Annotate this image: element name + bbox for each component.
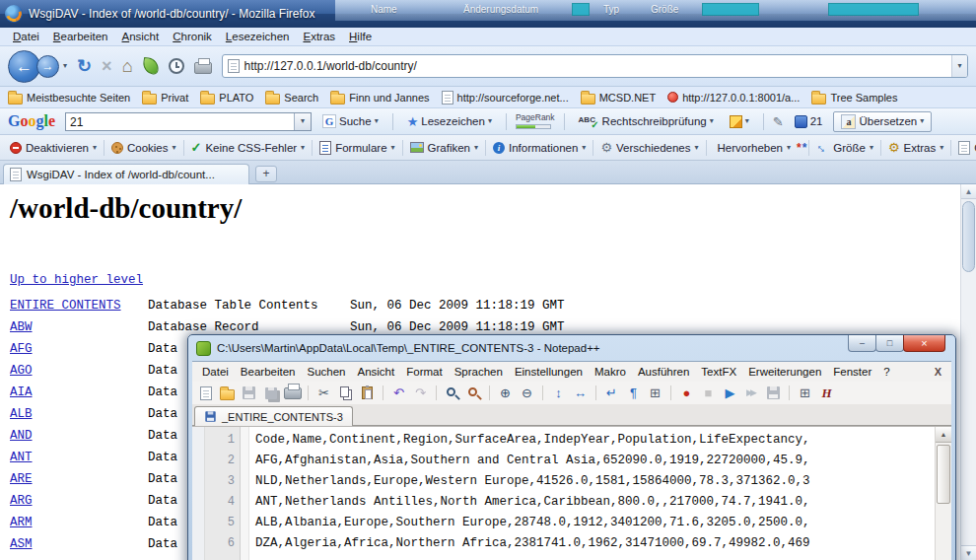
close-button[interactable]: × [903, 335, 945, 352]
listing-link[interactable]: ARE [10, 468, 148, 490]
bookmark-privat[interactable]: Privat [142, 91, 188, 105]
scrollbar-thumb[interactable] [962, 201, 975, 272]
npp-menu-textfx[interactable]: TextFX [695, 364, 742, 380]
bookmark-http-sourceforge-net[interactable]: http://sourceforge.net... [442, 91, 569, 105]
npp-menu-suchen[interactable]: Suchen [301, 364, 351, 380]
webdev-formulare[interactable]: Formulare▾ [314, 141, 400, 155]
npp-document-switcher-button[interactable]: ⊞ [797, 385, 813, 401]
tab-wsgidav[interactable]: WsgiDAV - Index of /world-db/count... [3, 164, 249, 184]
webdev-hervorheben[interactable]: Hervorheben▾ [708, 142, 798, 154]
bookmark-plato[interactable]: PLATO [200, 91, 253, 105]
code-line[interactable]: Code,Name,Continent,Region,SurfaceArea,I… [255, 430, 935, 451]
npp-print-button[interactable] [284, 385, 301, 401]
npp-run-macro-multiple-button[interactable]: ▶▶ [743, 385, 760, 401]
editor-scrollbar[interactable]: ▲ [935, 427, 951, 560]
new-tab-button[interactable]: + [255, 166, 277, 182]
listing-link[interactable]: ASM [10, 533, 148, 555]
npp-zoom-out-button[interactable]: ⊖ [519, 385, 535, 401]
npp-menu-erweiterungen[interactable]: Erweiterungen [742, 364, 827, 380]
npp-cut-button[interactable]: ✂ [315, 385, 332, 401]
listing-link[interactable]: ARM [10, 512, 148, 533]
pagerank-indicator[interactable]: PageRank [516, 113, 555, 129]
translate-button[interactable]: a Übersetzen ▾ [833, 111, 932, 132]
pencil-icon[interactable]: ✎ [773, 114, 784, 129]
bookmark-mcsd-net[interactable]: MCSD.NET [581, 91, 656, 105]
webdev-keine-css-fehler[interactable]: ✓Keine CSS-Fehler▾ [185, 141, 312, 154]
webdev-gr-e[interactable]: ↔Größe▾ [810, 141, 879, 154]
history-dropdown-icon[interactable]: ▾ [63, 62, 67, 70]
scrollbar-thumb[interactable] [937, 445, 950, 504]
listing-link[interactable]: ARG [10, 490, 148, 512]
webdev-cookies[interactable]: Cookies▾ [105, 142, 182, 154]
npp-menu-bearbeiten[interactable]: Bearbeiten [235, 364, 302, 380]
code-line[interactable]: ANT,Netherlands Antilles,North America,C… [255, 492, 935, 513]
npp-menu-ansicht[interactable]: Ansicht [352, 364, 401, 380]
minimize-button[interactable]: – [848, 335, 876, 352]
spellcheck-button[interactable]: ABC✓ Rechtschreibprüfung ▾ [574, 112, 719, 130]
firefox-titlebar[interactable]: WsgiDAV - Index of /world-db/country/ - … [0, 0, 976, 28]
menu-chronik[interactable]: Chronik [166, 29, 219, 44]
feather-addon-icon[interactable] [141, 57, 159, 75]
npp-save-button[interactable] [241, 385, 257, 401]
listing-link[interactable]: ANT [10, 447, 148, 468]
webdev-deaktivieren[interactable]: Deaktivieren▾ [4, 142, 103, 154]
npp-indent-guide-button[interactable]: ⊞ [647, 385, 663, 401]
clock-addon-icon[interactable] [169, 58, 184, 74]
webdev-quellte[interactable]: Quellte...▾ [952, 141, 976, 155]
npp-find-button[interactable] [444, 385, 460, 401]
npp-new-file-button[interactable] [197, 385, 214, 401]
reload-button[interactable]: ↻ [77, 57, 92, 75]
print-button-icon[interactable] [194, 62, 212, 74]
notepadpp-window[interactable]: C:\Users\Martin\AppData\Local\Temp\_ENTI… [187, 334, 956, 560]
npp-redo-button[interactable]: ↷ [412, 385, 429, 401]
npp-copy-button[interactable] [337, 385, 354, 401]
webdev-verschiedenes[interactable]: ⚙Verschiedenes▾ [594, 141, 704, 154]
npp-sync-vertical-button[interactable]: ↕ [550, 385, 567, 401]
maximize-button[interactable]: □ [875, 335, 904, 352]
menu-hilfe[interactable]: Hilfe [342, 29, 379, 44]
npp-zoom-in-button[interactable]: ⊕ [497, 385, 514, 401]
notepadpp-editor[interactable]: 123456 Code,Name,Continent,Region,Surfac… [192, 426, 951, 560]
menu-extras[interactable]: Extras [296, 29, 342, 44]
npp-play-macro-button[interactable]: ▶ [722, 385, 738, 401]
code-line[interactable]: ALB,Albania,Europe,Southern Europe,28748… [255, 513, 935, 533]
menu-bearbeiten[interactable]: Bearbeiten [46, 29, 115, 44]
listing-link[interactable]: ENTIRE CONTENTS [10, 295, 148, 316]
npp-menu-sprachen[interactable]: Sprachen [449, 364, 509, 380]
menubar-close-button[interactable]: X [935, 366, 945, 378]
npp-paste-button[interactable] [359, 385, 376, 401]
page-scrollbar[interactable]: ▲ ▼ [960, 184, 976, 560]
npp-menu-[interactable]: ? [877, 364, 895, 380]
url-dropdown[interactable]: ▾ [951, 55, 967, 77]
menu-ansicht[interactable]: Ansicht [115, 29, 167, 44]
listing-link[interactable]: AGO [10, 360, 148, 382]
editor-text[interactable]: Code,Name,Continent,Region,SurfaceArea,I… [249, 427, 935, 560]
npp-record-macro-button[interactable]: ● [678, 385, 695, 401]
search-history-dropdown[interactable]: ▾ [294, 113, 311, 130]
npp-menu-format[interactable]: Format [400, 364, 448, 380]
url-text[interactable]: http://127.0.0.1/world-db/country/ [244, 59, 417, 73]
npp-sync-horizontal-button[interactable]: ↔ [572, 385, 589, 401]
bookmark-tree-samples[interactable]: Tree Samples [811, 91, 897, 105]
notepadpp-titlebar[interactable]: C:\Users\Martin\AppData\Local\Temp\_ENTI… [192, 335, 951, 361]
home-button[interactable]: ⌂ [122, 57, 133, 75]
code-line[interactable]: DZA,Algeria,Africa,Northern Africa,23817… [255, 533, 935, 554]
listing-link[interactable]: AND [10, 425, 148, 447]
scroll-up-icon[interactable]: ▲ [961, 184, 976, 199]
stop-button[interactable]: × [102, 57, 112, 75]
webdev-informationen[interactable]: iInformationen▾ [487, 142, 592, 154]
listing-link[interactable]: ABW [10, 316, 148, 338]
npp-menu-makro[interactable]: Makro [589, 364, 632, 380]
listing-link[interactable]: AFG [10, 338, 148, 360]
npp-menu-fenster[interactable]: Fenster [827, 364, 877, 380]
up-link[interactable]: Up to higher level [10, 273, 143, 287]
google-bookmarks-button[interactable]: ★ Lesezeichen ▾ [402, 113, 497, 130]
forward-button[interactable]: → [36, 55, 59, 78]
npp-save-all-button[interactable] [262, 385, 279, 401]
npp-open-file-button[interactable] [219, 385, 236, 401]
highlighter-button[interactable]: ▾ [725, 113, 754, 130]
npp-menu-einstellungen[interactable]: Einstellungen [509, 364, 589, 380]
google-search-box[interactable]: 21 ▾ [65, 112, 312, 131]
listing-link[interactable]: AIA [10, 382, 148, 403]
tab-entire-contents[interactable]: _ENTIRE_CONTENTS-3 [194, 406, 353, 426]
